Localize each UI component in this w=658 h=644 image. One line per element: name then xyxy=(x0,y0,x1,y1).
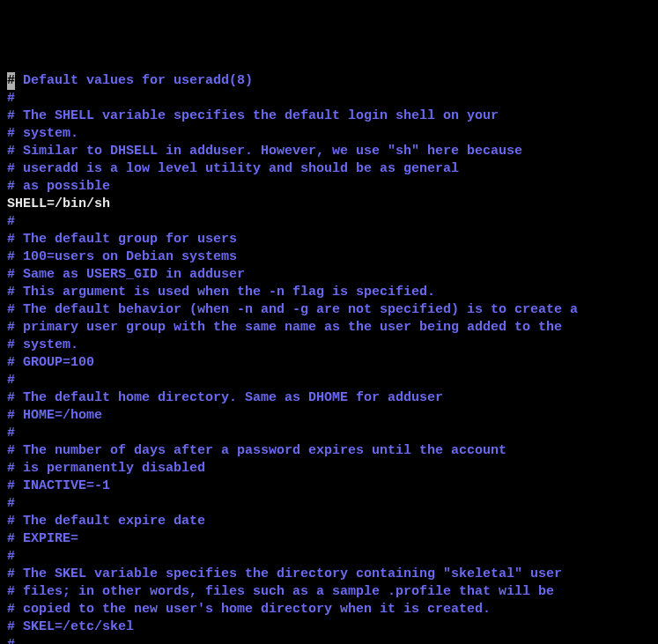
editor-line[interactable]: # xyxy=(7,495,651,513)
editor-line[interactable]: # xyxy=(7,548,651,566)
editor-line[interactable]: # The number of days after a password ex… xyxy=(7,442,651,460)
editor-line[interactable]: # This argument is used when the -n flag… xyxy=(7,284,651,301)
editor-line[interactable]: # The default behavior (when -n and -g a… xyxy=(7,301,651,319)
editor-line[interactable]: # xyxy=(7,425,651,442)
editor-line[interactable]: # HOME=/home xyxy=(7,407,651,425)
text-cursor: # xyxy=(7,72,15,90)
terminal-editor-viewport[interactable]: # Default values for useradd(8)## The SH… xyxy=(7,72,651,644)
editor-line[interactable]: # useradd is a low level utility and sho… xyxy=(7,160,651,178)
editor-line[interactable]: # Similar to DHSELL in adduser. However,… xyxy=(7,143,651,160)
editor-line[interactable]: # The default home directory. Same as DH… xyxy=(7,389,651,407)
editor-line[interactable]: # The default expire date xyxy=(7,513,651,530)
editor-line[interactable]: # INACTIVE=-1 xyxy=(7,477,651,495)
editor-line[interactable]: # primary user group with the same name … xyxy=(7,319,651,337)
editor-line[interactable]: # The default group for users xyxy=(7,231,651,248)
editor-line[interactable]: # GROUP=100 xyxy=(7,354,651,372)
editor-line[interactable]: # system. xyxy=(7,337,651,354)
editor-line[interactable]: # The SKEL variable specifies the direct… xyxy=(7,566,651,583)
editor-line[interactable]: # EXPIRE= xyxy=(7,530,651,548)
editor-line[interactable]: # as possible xyxy=(7,178,651,196)
editor-line[interactable]: # The SHELL variable specifies the defau… xyxy=(7,107,651,125)
editor-line-text: Default values for useradd(8) xyxy=(15,73,253,88)
editor-line[interactable]: SHELL=/bin/sh xyxy=(7,196,651,213)
editor-line[interactable]: # files; in other words, files such as a… xyxy=(7,583,651,601)
editor-line[interactable]: # xyxy=(7,372,651,389)
editor-line[interactable]: # xyxy=(7,213,651,231)
editor-line[interactable]: # xyxy=(7,636,651,644)
editor-line[interactable]: # SKEL=/etc/skel xyxy=(7,618,651,636)
editor-line[interactable]: # Default values for useradd(8) xyxy=(7,72,651,90)
editor-line[interactable]: # is permanently disabled xyxy=(7,460,651,477)
editor-line[interactable]: # system. xyxy=(7,125,651,143)
editor-line[interactable]: # copied to the new user's home director… xyxy=(7,601,651,618)
editor-line[interactable]: # 100=users on Debian systems xyxy=(7,248,651,266)
editor-line[interactable]: # xyxy=(7,90,651,107)
editor-line[interactable]: # Same as USERS_GID in adduser xyxy=(7,266,651,284)
